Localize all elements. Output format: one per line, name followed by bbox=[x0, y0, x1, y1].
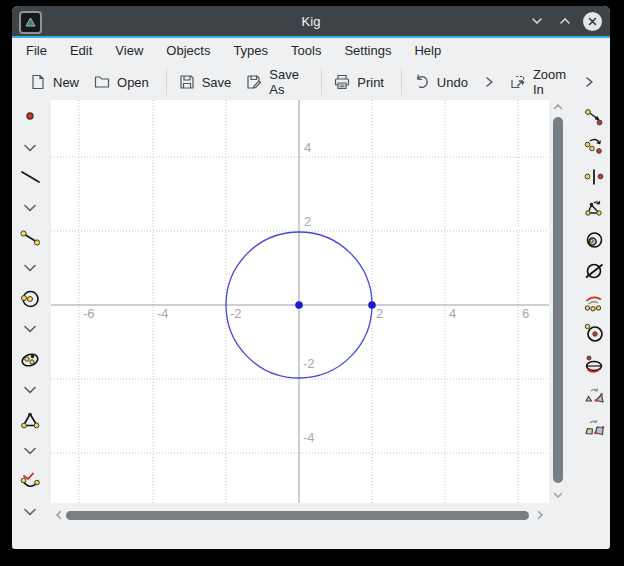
menu-edit[interactable]: Edit bbox=[70, 43, 92, 58]
undo-group-expand-chevron[interactable] bbox=[483, 76, 495, 88]
line-tool[interactable] bbox=[18, 165, 42, 189]
toolbar-separator bbox=[321, 69, 322, 95]
axis-reflection-tool[interactable] bbox=[582, 196, 606, 220]
scroll-right-arrow[interactable] bbox=[533, 508, 547, 522]
circle-inversion-tool[interactable] bbox=[582, 321, 606, 345]
save-as-button[interactable]: Save As bbox=[246, 67, 304, 97]
zoom-in-icon bbox=[510, 74, 526, 90]
point-tool-dropdown-chevron[interactable] bbox=[18, 136, 42, 160]
segment-tool[interactable] bbox=[18, 226, 42, 250]
geometry-canvas[interactable]: -6 -4 -2 2 4 6 4 2 -2 -4 bbox=[51, 100, 549, 503]
undo-button[interactable]: Undo bbox=[414, 74, 468, 90]
menubar: File Edit View Objects Types Tools Setti… bbox=[12, 38, 610, 62]
conic-tool-dropdown-chevron[interactable] bbox=[18, 378, 42, 402]
arc-inversion-tool[interactable] bbox=[582, 291, 606, 315]
undo-icon bbox=[414, 74, 430, 90]
center-point[interactable] bbox=[295, 301, 303, 309]
polygon-tool-dropdown-chevron[interactable] bbox=[18, 439, 42, 463]
projectivity-tool[interactable] bbox=[582, 416, 606, 440]
circle-point[interactable] bbox=[368, 301, 376, 309]
kig-window: Kig File Edit View Objects Types Tools S… bbox=[12, 6, 610, 549]
window-title: Kig bbox=[12, 14, 610, 29]
inversion-tool[interactable] bbox=[582, 259, 606, 283]
desktop-background: { "titlebar": { "title": "Kig" }, "menub… bbox=[0, 0, 624, 566]
print-button[interactable]: Print bbox=[334, 74, 384, 90]
x-axis-label: 2 bbox=[376, 306, 383, 321]
open-folder-icon bbox=[94, 74, 110, 90]
x-axis-label: -2 bbox=[230, 306, 242, 321]
x-axis-label: -4 bbox=[157, 306, 169, 321]
point-reflection-tool[interactable] bbox=[582, 165, 606, 189]
titlebar[interactable]: Kig bbox=[12, 6, 610, 36]
polygon-tool[interactable] bbox=[18, 409, 42, 433]
segment-tool-dropdown-chevron[interactable] bbox=[18, 256, 42, 280]
menu-file[interactable]: File bbox=[26, 43, 47, 58]
conic-inversion-tool[interactable] bbox=[582, 353, 606, 377]
vertical-scrollbar-thumb[interactable] bbox=[553, 117, 563, 483]
menu-settings[interactable]: Settings bbox=[344, 43, 391, 58]
main-toolbar: New Open Save Save As Print bbox=[12, 62, 610, 102]
point-tool[interactable] bbox=[18, 104, 42, 128]
line-tool-dropdown-chevron[interactable] bbox=[18, 196, 42, 220]
print-icon bbox=[334, 74, 350, 90]
x-axis-label: -6 bbox=[83, 306, 95, 321]
scroll-up-arrow[interactable] bbox=[551, 100, 565, 114]
scale-tool[interactable] bbox=[582, 228, 606, 252]
conic-tool[interactable] bbox=[18, 348, 42, 372]
rotate-tool[interactable] bbox=[582, 134, 606, 158]
zoom-group-expand-chevron[interactable] bbox=[583, 76, 595, 88]
new-document-icon bbox=[30, 74, 46, 90]
save-as-icon bbox=[246, 74, 262, 90]
scroll-left-arrow[interactable] bbox=[52, 508, 66, 522]
translate-tool[interactable] bbox=[582, 105, 606, 129]
toolbar-separator bbox=[401, 69, 402, 95]
circle-tool-dropdown-chevron[interactable] bbox=[18, 317, 42, 341]
close-button[interactable] bbox=[583, 12, 602, 31]
menu-help[interactable]: Help bbox=[414, 43, 441, 58]
minimize-button[interactable] bbox=[527, 11, 547, 31]
x-axis-label: 6 bbox=[522, 306, 529, 321]
menu-tools[interactable]: Tools bbox=[291, 43, 321, 58]
y-axis-label: 4 bbox=[304, 140, 311, 155]
menu-types[interactable]: Types bbox=[233, 43, 268, 58]
similitude-tool[interactable] bbox=[582, 384, 606, 408]
zoom-in-button[interactable]: Zoom In bbox=[510, 67, 568, 97]
horizontal-scrollbar-thumb[interactable] bbox=[66, 511, 529, 520]
y-axis-label: -4 bbox=[303, 430, 315, 445]
y-axis-label: 2 bbox=[304, 214, 311, 229]
new-button[interactable]: New bbox=[30, 74, 79, 90]
circle-tool[interactable] bbox=[18, 287, 42, 311]
open-button[interactable]: Open bbox=[94, 74, 149, 90]
toolbar-separator bbox=[166, 69, 167, 95]
menu-view[interactable]: View bbox=[115, 43, 143, 58]
scroll-down-arrow[interactable] bbox=[551, 488, 565, 502]
y-axis-label: -2 bbox=[303, 356, 315, 371]
save-icon bbox=[179, 74, 195, 90]
menu-objects[interactable]: Objects bbox=[166, 43, 210, 58]
arc-tool[interactable] bbox=[18, 470, 42, 494]
arc-tool-dropdown-chevron[interactable] bbox=[18, 500, 42, 524]
save-button[interactable]: Save bbox=[179, 74, 232, 90]
maximize-button[interactable] bbox=[555, 11, 575, 31]
x-axis-label: 4 bbox=[449, 306, 456, 321]
